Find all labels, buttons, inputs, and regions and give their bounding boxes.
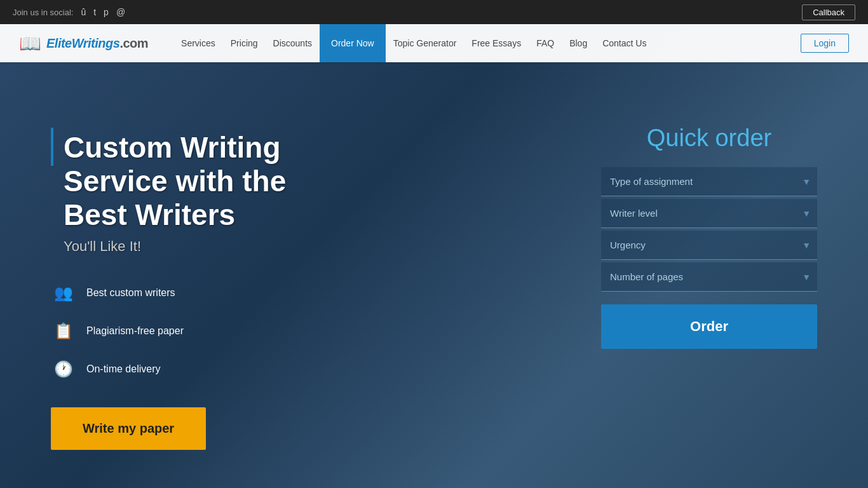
order-form: Type of assignment Essay Research Paper … — [601, 167, 817, 349]
heading-wrapper: Custom Writing Service with the Best Wri… — [51, 131, 576, 232]
main-heading-line2: Service with the — [64, 165, 286, 198]
feature-plagiarism-text: Plagiarism-free paper — [86, 325, 184, 337]
assignment-type-wrapper: Type of assignment Essay Research Paper … — [601, 167, 817, 196]
writer-level-select[interactable]: Writer level High School College Univers… — [601, 199, 817, 227]
feature-plagiarism: 📋 Plagiarism-free paper — [51, 318, 576, 344]
quick-order-title: Quick order — [601, 125, 817, 152]
logo-text: EliteWritings.com — [46, 36, 148, 51]
order-button[interactable]: Order — [601, 304, 817, 349]
left-section: Custom Writing Service with the Best Wri… — [51, 125, 576, 450]
login-button[interactable]: Login — [801, 34, 849, 53]
pages-wrapper: Number of pages 1 page 2 pages 3 pages 5… — [601, 262, 817, 292]
nav-item-blog[interactable]: Blog — [562, 24, 595, 62]
social-area: Join us in social: û t p @ — [13, 7, 125, 17]
main-heading-line1: Custom Writing — [64, 131, 281, 164]
subheading: You'll Like It! — [64, 238, 576, 255]
logo-icon: 📖 — [19, 33, 41, 54]
heading-accent — [51, 128, 53, 166]
feature-delivery: 🕐 On-time delivery — [51, 356, 576, 382]
feature-delivery-text: On-time delivery — [86, 363, 160, 375]
twitter-icon[interactable]: t — [93, 7, 96, 17]
writers-icon: 👥 — [51, 280, 76, 306]
pinterest-icon[interactable]: p — [104, 7, 109, 17]
urgency-select[interactable]: Urgency 3 hours 6 hours 12 hours 24 hour… — [601, 231, 817, 259]
nav-item-faq[interactable]: FAQ — [529, 24, 562, 62]
feature-writers-text: Best custom writers — [86, 287, 175, 299]
nav-item-discounts[interactable]: Discounts — [266, 24, 320, 62]
join-social-label: Join us in social: — [13, 8, 73, 17]
plagiarism-icon: 📋 — [51, 318, 76, 344]
nav-item-order-now[interactable]: Order Now — [320, 24, 386, 62]
hero-section: Custom Writing Service with the Best Wri… — [0, 24, 868, 488]
delivery-icon: 🕐 — [51, 356, 76, 382]
nav-item-services[interactable]: Services — [173, 24, 223, 62]
heading-text-block: Custom Writing Service with the Best Wri… — [64, 131, 286, 232]
feature-writers: 👥 Best custom writers — [51, 280, 576, 306]
nav-links: Services Pricing Discounts Order Now Top… — [173, 24, 801, 62]
urgency-wrapper: Urgency 3 hours 6 hours 12 hours 24 hour… — [601, 231, 817, 260]
main-heading-line3: Best Writers — [64, 198, 235, 231]
nav-item-free-essays[interactable]: Free Essays — [464, 24, 529, 62]
quick-order-section: Quick order Type of assignment Essay Res… — [576, 125, 817, 349]
features-list: 👥 Best custom writers 📋 Plagiarism-free … — [51, 280, 576, 382]
nav-item-topic-generator[interactable]: Topic Generator — [386, 24, 465, 62]
navbar: 📖 EliteWritings.com Services Pricing Dis… — [0, 24, 868, 62]
facebook-icon[interactable]: û — [81, 7, 86, 17]
pages-select[interactable]: Number of pages 1 page 2 pages 3 pages 5… — [601, 262, 817, 291]
content-area: Custom Writing Service with the Best Wri… — [0, 86, 868, 488]
top-bar: Join us in social: û t p @ Callback — [0, 0, 868, 24]
logo: 📖 EliteWritings.com — [19, 33, 148, 54]
assignment-type-select[interactable]: Type of assignment Essay Research Paper … — [601, 167, 817, 196]
writer-level-wrapper: Writer level High School College Univers… — [601, 199, 817, 228]
nav-item-contact-us[interactable]: Contact Us — [595, 24, 654, 62]
write-paper-button[interactable]: Write my paper — [51, 407, 206, 450]
callback-button[interactable]: Callback — [802, 4, 855, 20]
instagram-icon[interactable]: @ — [116, 7, 125, 17]
nav-item-pricing[interactable]: Pricing — [223, 24, 266, 62]
